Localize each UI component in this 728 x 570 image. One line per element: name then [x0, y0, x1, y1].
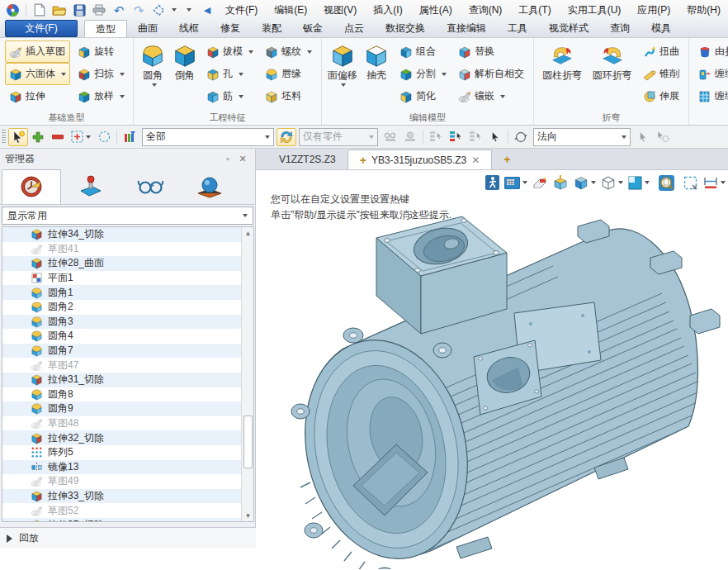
- wireframe-display-button[interactable]: [599, 173, 624, 192]
- replace-button[interactable]: 替换: [454, 40, 528, 63]
- ribbon-tab-inquire[interactable]: 查询: [599, 20, 641, 37]
- sweep-button[interactable]: 扫掠: [73, 63, 129, 85]
- tree-row[interactable]: 圆角1: [2, 285, 253, 300]
- print-button[interactable]: [90, 2, 108, 18]
- chamfer-button[interactable]: 倒角: [171, 40, 200, 112]
- zoom-document-button[interactable]: [654, 173, 678, 192]
- ribbon-file-button[interactable]: 文件(F): [5, 20, 78, 37]
- undo-button[interactable]: ↶: [110, 2, 128, 18]
- tree-scrollbar[interactable]: ▲ ▼: [241, 227, 253, 521]
- reorient-button[interactable]: [511, 128, 531, 146]
- erase-button[interactable]: [531, 173, 549, 192]
- ribbon-tab-pointcloud[interactable]: 点云: [333, 20, 375, 37]
- thread-button[interactable]: 螺纹: [261, 40, 316, 63]
- menu-edit[interactable]: 编辑(E): [267, 1, 314, 19]
- scroll-up-arrow[interactable]: ▲: [243, 227, 253, 239]
- scroll-thumb[interactable]: [243, 416, 253, 468]
- menu-inquire[interactable]: 查询(N): [461, 1, 510, 19]
- gizmo-dropdown[interactable]: [172, 8, 177, 12]
- lasso-pick-button[interactable]: [94, 128, 114, 146]
- loft-button[interactable]: 放样: [73, 85, 129, 107]
- tree-row[interactable]: 圆角3: [2, 315, 253, 330]
- panel-close-button[interactable]: ✕: [235, 152, 250, 165]
- divide-button[interactable]: 分割: [395, 63, 451, 85]
- wrap-by-fold-button[interactable]: 由折: [694, 40, 728, 63]
- inlay-button[interactable]: 镶嵌: [454, 85, 528, 107]
- orient-combo[interactable]: 法向: [533, 128, 631, 146]
- zoom-fit-button[interactable]: [681, 173, 699, 192]
- tree-row[interactable]: 草图49: [2, 474, 253, 489]
- stretch-button[interactable]: 伸展: [639, 85, 683, 107]
- wind-2-button[interactable]: 缠绕: [694, 85, 728, 107]
- dimension-button[interactable]: [702, 173, 726, 192]
- remove-selection-button[interactable]: [48, 128, 68, 146]
- render-tab[interactable]: [180, 169, 239, 204]
- document-tab-active[interactable]: + YB3-315juzuoSB5.Z3 ✕: [347, 150, 493, 169]
- menu-help[interactable]: 帮助(H): [679, 1, 728, 19]
- revolve-button[interactable]: 旋转: [73, 40, 129, 63]
- combine-button[interactable]: 组合: [395, 40, 451, 63]
- toroidal-bend-button[interactable]: 圆环折弯: [589, 40, 636, 112]
- new-tab-button[interactable]: +: [492, 150, 522, 169]
- tree-row[interactable]: 圆角4: [2, 329, 253, 344]
- swap-target-button[interactable]: [277, 128, 296, 146]
- document-tab-inactive[interactable]: V1ZZT2S.Z3: [267, 150, 347, 169]
- datum-display-button[interactable]: [551, 173, 570, 192]
- tree-row[interactable]: 草图41: [2, 242, 253, 257]
- constraint-tab[interactable]: [61, 169, 121, 204]
- view-plane-button[interactable]: [626, 173, 651, 192]
- stock-button[interactable]: 坯料: [261, 85, 316, 107]
- scroll-down-arrow[interactable]: ▼: [243, 510, 253, 521]
- ribbon-tab-visualstyle[interactable]: 视觉样式: [538, 20, 599, 37]
- tree-row[interactable]: 拉伸34_切除: [2, 227, 253, 242]
- box-button[interactable]: 六面体: [5, 63, 70, 85]
- new-file-button[interactable]: [31, 2, 49, 18]
- pick-box-button[interactable]: [68, 128, 94, 146]
- face-offset-button[interactable]: 面偏移: [327, 40, 358, 112]
- menu-file[interactable]: 文件(F): [218, 1, 265, 19]
- add-selection-button[interactable]: [28, 128, 48, 146]
- resolve-selfintersection-button[interactable]: 解析自相交: [454, 63, 528, 85]
- toolbar-grip[interactable]: [2, 130, 6, 145]
- hole-button[interactable]: 孔: [202, 63, 258, 85]
- rib-button[interactable]: 筋: [202, 85, 258, 107]
- walkthrough-button[interactable]: [483, 173, 501, 192]
- ribbon-tab-tools[interactable]: 工具: [497, 20, 538, 37]
- save-button[interactable]: [70, 2, 88, 18]
- close-tab-icon[interactable]: ✕: [471, 154, 480, 166]
- filter-colors-button[interactable]: [120, 128, 139, 146]
- tree-row[interactable]: 圆角2: [2, 300, 253, 315]
- ribbon-tab-sheetmetal[interactable]: 钣金: [292, 20, 333, 37]
- tree-row[interactable]: 镜像13: [2, 460, 253, 475]
- history-tab[interactable]: [2, 169, 61, 204]
- replay-bar[interactable]: 回放: [0, 527, 256, 549]
- redo-button[interactable]: ↷: [130, 2, 148, 18]
- viewport[interactable]: 您可以在自定义设置里设置热键 单击"帮助/显示提示"按钮来取消这些提示.: [256, 170, 728, 570]
- menu-attributes[interactable]: 属性(A): [412, 1, 460, 19]
- tree-row[interactable]: 草图47: [2, 358, 253, 373]
- pick-list-2-button[interactable]: [446, 128, 466, 146]
- smart-pick-button[interactable]: [8, 128, 28, 146]
- collapse-ribbon-button[interactable]: ◀: [198, 2, 216, 18]
- menu-utilities[interactable]: 实用工具(U): [560, 1, 629, 19]
- ribbon-tab-wireframe[interactable]: 线框: [168, 20, 210, 37]
- select-cursor-button[interactable]: [485, 128, 505, 146]
- extrude-button[interactable]: 拉伸: [5, 85, 70, 107]
- toolbar-options-chevron[interactable]: [178, 2, 196, 18]
- ribbon-tab-mold[interactable]: 模具: [641, 20, 682, 37]
- gizmo-button[interactable]: [149, 2, 168, 18]
- visibility-tab[interactable]: [121, 169, 180, 204]
- tree-row[interactable]: 拉伸32_切除: [2, 430, 253, 445]
- tree-filter-combo[interactable]: 显示常用: [2, 207, 253, 225]
- menu-tools[interactable]: 工具(T): [511, 1, 558, 19]
- tree-row[interactable]: 圆角7: [2, 344, 253, 359]
- filter-scope-combo[interactable]: 全部: [142, 128, 274, 146]
- fillet-button[interactable]: 圆角: [139, 40, 168, 112]
- ribbon-tab-surface[interactable]: 曲面: [127, 20, 168, 37]
- tree-row[interactable]: 拉伸33_切除: [2, 489, 253, 504]
- ribbon-tab-assembly[interactable]: 装配: [251, 20, 292, 37]
- menu-view[interactable]: 视图(V): [316, 1, 364, 19]
- tree-row[interactable]: 圆角8: [2, 387, 253, 402]
- tree-row[interactable]: 拉伸31_切除: [2, 373, 253, 387]
- tree-row[interactable]: 草图52: [2, 503, 253, 518]
